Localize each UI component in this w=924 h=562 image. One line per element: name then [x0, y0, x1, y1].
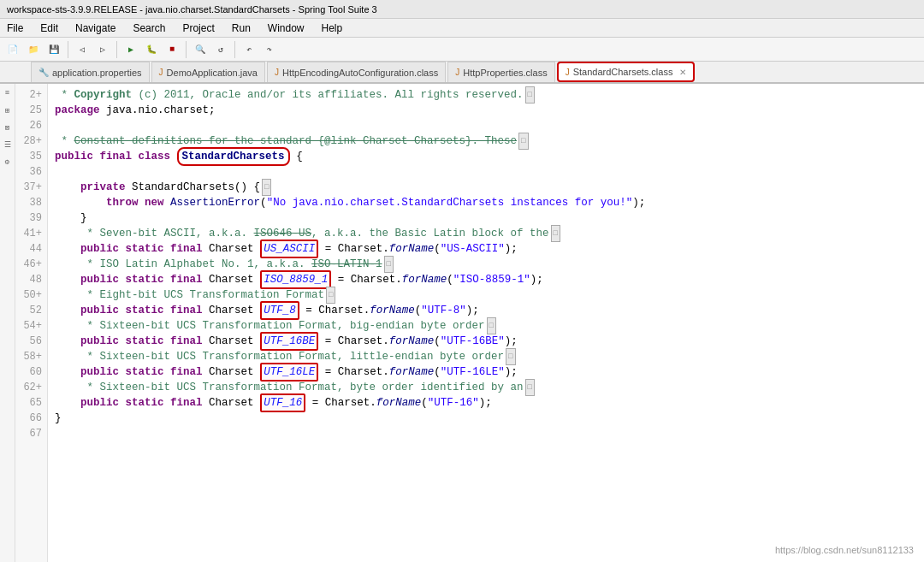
toolbar-new[interactable]: 📄	[3, 40, 22, 59]
toolbar-redo[interactable]: ↷	[260, 40, 279, 59]
sidebar-icon-5[interactable]: ⚙	[2, 156, 14, 168]
sidebar-icon-1[interactable]: ≡	[2, 87, 14, 99]
toolbar-forward[interactable]: ▷	[93, 40, 112, 59]
linenum-56: 56	[15, 334, 47, 349]
space	[164, 195, 171, 210]
collapse-icon-50[interactable]: □	[326, 287, 335, 304]
code-line-50: * Eight-bit UCS Transformation Format □	[55, 287, 917, 303]
space: StandardCharsets() {	[126, 180, 261, 195]
code-line-56: public static final Charset UTF_16BE = C…	[55, 334, 917, 349]
collapse-icon-41[interactable]: □	[551, 225, 560, 242]
code-line-44: public static final Charset US_ASCII = C…	[55, 241, 917, 257]
collapse-icon-28[interactable]: □	[518, 133, 528, 150]
toolbar-debug[interactable]: 🐛	[142, 40, 161, 59]
meth-forname-56: forName	[389, 334, 435, 349]
toolbar-save[interactable]: 💾	[44, 40, 63, 59]
strval-52: "UTF-8"	[421, 303, 466, 318]
type-charset-48: Charset	[209, 272, 254, 287]
space	[170, 149, 177, 164]
space	[93, 149, 100, 164]
code-line-2: * Copyright (c) 2011, Oracle and/or its …	[55, 87, 917, 103]
linenum-39: 39	[15, 210, 47, 226]
linenum-44: 44	[15, 241, 47, 257]
toolbar-sep-2	[116, 41, 117, 58]
menu-file[interactable]: File	[3, 21, 27, 36]
linenum-66: 66	[15, 411, 47, 426]
indent-37	[55, 180, 80, 195]
kw-final-65: final	[170, 395, 203, 411]
collapse-icon-58[interactable]: □	[506, 348, 515, 365]
field-utf-16: UTF_16	[260, 393, 305, 412]
linenum-62: 62+	[15, 380, 47, 395]
sidebar-icon-2[interactable]: ⊞	[2, 104, 14, 116]
code-line-37: private StandardCharsets() { □	[55, 180, 917, 195]
meth-forname-44: forName	[389, 241, 435, 257]
code-line-35: public final class StandardCharsets {	[55, 149, 917, 164]
menu-help[interactable]: Help	[318, 21, 346, 36]
comment-28: * Constant definitions for the standard …	[55, 133, 517, 149]
kw-public-60: public	[80, 364, 119, 380]
code-line-39: }	[55, 210, 917, 226]
toolbar-run[interactable]: ▶	[121, 40, 140, 59]
kw-static-65: static	[126, 395, 164, 411]
kw-static-60: static	[126, 364, 164, 380]
tab-demo-application[interactable]: J DemoApplication.java	[151, 62, 265, 82]
s	[119, 241, 126, 257]
toolbar-refresh[interactable]: ↺	[211, 40, 230, 59]
code-editor[interactable]: * Copyright (c) 2011, Oracle and/or its …	[48, 84, 924, 562]
meth-forname-60: forName	[389, 364, 435, 380]
close-38: );	[632, 195, 645, 210]
kw-public-65: public	[80, 395, 119, 411]
code-line-41: * Seven-bit ASCII, a.k.a. ISO646-US, a.k…	[55, 226, 917, 241]
menu-navigate[interactable]: Navigate	[72, 21, 119, 36]
menu-edit[interactable]: Edit	[37, 21, 62, 36]
indent-56	[55, 334, 80, 349]
toolbar-undo[interactable]: ↶	[240, 40, 258, 59]
kw-private-37: private	[80, 180, 126, 195]
kw-static-48: static	[126, 272, 164, 287]
package-name: java.nio.charset;	[100, 103, 216, 118]
linenum-58: 58+	[15, 349, 47, 364]
kw-public-56: public	[80, 334, 119, 349]
tab-standard-charsets[interactable]: J StandardCharsets.class ✕	[557, 62, 696, 82]
tab-icon: J	[275, 68, 279, 77]
toolbar-back[interactable]: ◁	[73, 40, 92, 59]
tab-close-btn[interactable]: ✕	[679, 68, 686, 77]
menu-project[interactable]: Project	[179, 21, 217, 36]
field-us-ascii: US_ASCII	[260, 240, 318, 258]
main-layout: ≡ ⊞ ⊠ ☰ ⚙ 2+ 25 26 28+ 35 36 37+ 38 39 4…	[0, 84, 924, 562]
collapse-icon-37[interactable]: □	[262, 179, 271, 196]
comment-copyright: * Copyright (c) 2011, Oracle and/or its …	[55, 87, 524, 103]
toolbar-search[interactable]: 🔍	[191, 40, 210, 59]
code-line-67	[55, 426, 917, 441]
menu-window[interactable]: Window	[264, 21, 308, 36]
kw-final-48: final	[170, 272, 203, 287]
code-line-36	[55, 164, 917, 180]
collapse-icon-2[interactable]: □	[525, 86, 535, 104]
sidebar-icon-4[interactable]: ☰	[2, 139, 14, 151]
toolbar-stop[interactable]: ■	[163, 40, 181, 59]
collapse-icon-62[interactable]: □	[525, 379, 535, 396]
linenum-60: 60	[15, 364, 47, 380]
kw-class-35: class	[139, 149, 171, 164]
toolbar-open[interactable]: 📁	[24, 40, 43, 59]
tab-http-encoding[interactable]: J HttpEncodingAutoConfiguration.class	[267, 62, 446, 82]
tab-application-properties[interactable]: 🔧 application.properties	[31, 62, 150, 82]
menu-run[interactable]: Run	[228, 21, 254, 36]
tab-label: application.properties	[52, 68, 142, 78]
collapse-icon-54[interactable]: □	[487, 317, 496, 334]
collapse-icon-46[interactable]: □	[384, 256, 394, 273]
brace-66: }	[55, 411, 62, 426]
type-charset-60: Charset	[209, 364, 254, 380]
brace-39: }	[80, 210, 87, 226]
tab-http-properties[interactable]: J HttpProperties.class	[447, 62, 554, 82]
menu-search[interactable]: Search	[129, 21, 169, 36]
kw-static-56: static	[126, 334, 164, 349]
type-charset-56: Charset	[209, 334, 254, 349]
sidebar-icon-3[interactable]: ⊠	[2, 121, 14, 133]
linenum-46: 46+	[15, 257, 47, 272]
indent-48	[55, 272, 80, 287]
tab-label: StandardCharsets.class	[573, 67, 673, 77]
s	[164, 241, 171, 257]
field-utf-16be: UTF_16BE	[260, 332, 318, 351]
